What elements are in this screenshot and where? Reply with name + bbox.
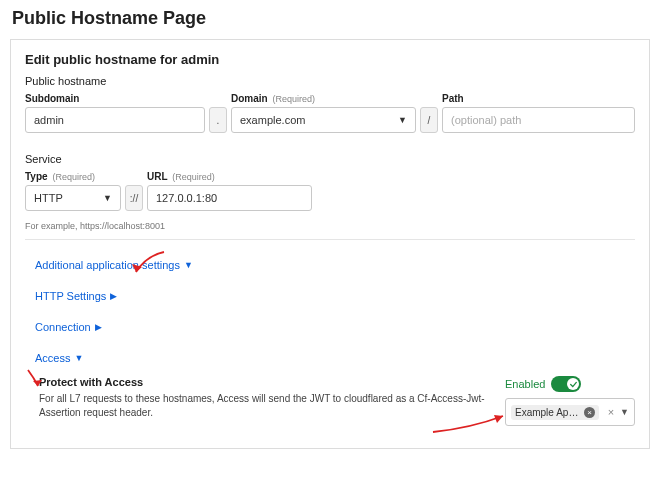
domain-select[interactable]: example.com ▼ [231, 107, 416, 133]
path-label: Path [442, 93, 635, 104]
chevron-right-icon: ▶ [95, 322, 102, 332]
subdomain-input[interactable] [25, 107, 205, 133]
chevron-down-icon[interactable]: ▼ [620, 407, 629, 417]
scheme-joiner: :// [125, 185, 143, 211]
slash-joiner: / [420, 107, 438, 133]
clear-all-icon[interactable]: × [608, 406, 614, 418]
chevron-down-icon: ▼ [184, 260, 193, 270]
connection-toggle[interactable]: Connection ▶ [35, 321, 102, 333]
page-title: Public Hostname Page [0, 0, 660, 39]
chevron-down-icon: ▼ [103, 193, 112, 203]
access-apps-select[interactable]: Example Applicati… × × ▼ [505, 398, 635, 426]
service-row: Type (Required) HTTP ▼ :// URL (Required… [25, 171, 635, 211]
panel-title: Edit public hostname for admin [25, 52, 635, 67]
path-input[interactable] [442, 107, 635, 133]
hostname-row: Subdomain . Domain (Required) example.co… [25, 93, 635, 133]
domain-label: Domain (Required) [231, 93, 416, 104]
remove-chip-icon[interactable]: × [584, 407, 595, 418]
dot-joiner: . [209, 107, 227, 133]
service-hint: For example, https://localhost:8001 [25, 221, 635, 231]
enabled-toggle[interactable] [551, 376, 581, 392]
service-section-label: Service [25, 153, 635, 165]
public-hostname-label: Public hostname [25, 75, 635, 87]
type-select[interactable]: HTTP ▼ [25, 185, 121, 211]
url-label: URL (Required) [147, 171, 312, 182]
check-icon [570, 381, 577, 388]
protect-desc: For all L7 requests to these hostnames, … [39, 392, 487, 420]
url-input[interactable] [147, 185, 312, 211]
edit-hostname-panel: Edit public hostname for admin Public ho… [10, 39, 650, 449]
toggle-knob [567, 378, 579, 390]
protect-title: Protect with Access [39, 376, 487, 388]
app-chip: Example Applicati… × [511, 405, 599, 420]
domain-value: example.com [240, 114, 305, 126]
access-toggle[interactable]: Access ▼ [35, 352, 83, 364]
access-block: Protect with Access For all L7 requests … [39, 376, 635, 426]
enabled-label: Enabled [505, 378, 545, 390]
http-settings-toggle[interactable]: HTTP Settings ▶ [35, 290, 117, 302]
type-label: Type (Required) [25, 171, 121, 182]
separator [25, 239, 635, 240]
chevron-down-icon: ▼ [398, 115, 407, 125]
chevron-down-icon: ▼ [74, 353, 83, 363]
type-value: HTTP [34, 192, 63, 204]
subdomain-label: Subdomain [25, 93, 205, 104]
chevron-right-icon: ▶ [110, 291, 117, 301]
additional-settings-toggle[interactable]: Additional application settings ▼ [35, 259, 193, 271]
